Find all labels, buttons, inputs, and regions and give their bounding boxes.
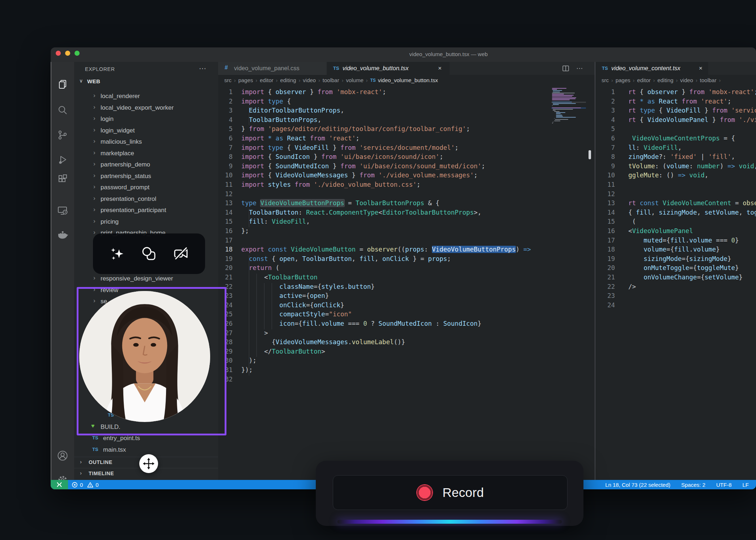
code-line[interactable]: import { SoundIcon } from 'ui/base/icons… [241,153,443,160]
breadcrumb-segment[interactable]: editing [657,77,673,83]
breadcrumb-segment[interactable]: editing [280,77,296,83]
code-line[interactable]: const { open, ToolbarButton, fill, onCli… [241,255,451,262]
breadcrumb-segment[interactable]: src [602,77,609,83]
tree-item-local_video_export_worker[interactable]: ›local_video_export_worker [74,102,218,114]
code-line[interactable]: volume={fill.volume} [628,246,720,253]
indentation[interactable]: Spaces: 2 [681,482,705,488]
docker-icon[interactable] [57,229,68,241]
code-line[interactable]: ToolbarButtonProps, [241,116,321,123]
webcam-preview[interactable] [77,287,226,435]
code-line[interactable]: muted={fill.volume === 0} [628,237,739,244]
cursor-position[interactable]: Ln 18, Col 73 (22 selected) [605,482,670,488]
tree-item-partnership_status[interactable]: ›partnership_status [74,171,218,182]
breadcrumb-segment[interactable]: pages [238,77,253,83]
breadcrumb-segment[interactable]: video [303,77,316,83]
code-line[interactable]: ( [628,218,636,225]
code-line[interactable]: active={open} [241,292,329,299]
code-line[interactable]: onMuteToggle={toggleMute} [628,264,739,271]
source-control-icon[interactable] [57,129,68,141]
tree-item-password_prompt[interactable]: ›password_prompt [74,182,218,193]
tree-section-web[interactable]: ∨ WEB [74,76,218,88]
tree-item-local_renderer[interactable]: ›local_renderer [74,91,218,102]
breadcrumb-segment[interactable]: src [224,77,232,83]
code-line[interactable]: ToolbarButton: React.ComponentType<Edito… [241,209,481,216]
code-line[interactable]: rt * as React from 'react'; [628,98,731,105]
sidebar-more-icon[interactable]: ⋯ [199,64,206,73]
code-line[interactable]: export const VideoVolumeButton = observe… [241,246,531,253]
breadcrumb-segment[interactable]: editor [637,77,651,83]
code-line[interactable]: VideoVolumeContentProps = { [628,135,735,142]
tree-item-main.tsx[interactable]: TSmain.tsx [74,444,218,456]
code-line[interactable]: </ToolbarButton> [241,348,325,355]
code-line[interactable]: {VideoVolumeMessages.volumeLabel()} [241,338,405,346]
code-line[interactable]: type VideoVolumeButtonProps = ToolbarBut… [241,199,439,207]
remote-explorer-icon[interactable] [57,204,68,216]
code-line[interactable]: zingMode?: 'fixed' | 'fill', [628,153,735,160]
code-line[interactable]: }); [241,366,253,374]
code-line[interactable]: import type { VideoFill } from 'services… [241,144,459,151]
code-line[interactable]: { fill, sizingMode, setVolume, toggleMut… [628,209,756,216]
code-line[interactable]: return ( [241,264,279,271]
code-line[interactable]: sizingMode={sizingMode} [628,255,731,262]
tree-item-presentation_participant[interactable]: ›presentation_participant [74,205,218,216]
code-line[interactable]: <ToolbarButton [241,274,318,281]
tree-item-partnership_demo[interactable]: ›partnership_demo [74,159,218,170]
code-line[interactable]: ggleMute: () => void, [628,172,708,179]
tree-item-login_widget[interactable]: ›login_widget [74,125,218,136]
more-actions-icon[interactable]: ⋯ [576,64,583,73]
code-line[interactable]: ll: VideoFill, [628,144,682,151]
code-editor[interactable]: 1import { observer } from 'mobx-react';2… [218,85,595,480]
code-line[interactable]: <VideoVolumePanel [628,227,693,235]
breadcrumb-segment[interactable]: pages [616,77,630,83]
zoom-window-button[interactable] [75,51,80,56]
code-line[interactable]: tVolume: (volume: number) => void, [628,163,756,170]
code-editor[interactable]: 1rt { observer } from 'mobx-react';2rt *… [595,85,756,480]
remote-indicator[interactable] [51,480,68,489]
close-tab-icon[interactable]: × [699,65,702,72]
code-line[interactable]: className={styles.button} [241,283,375,290]
search-icon[interactable] [57,105,68,116]
close-window-button[interactable] [56,51,61,56]
eol-sequence[interactable]: LF [742,482,749,488]
tree-item-pricing[interactable]: ›pricing [74,216,218,228]
account-icon[interactable] [57,450,68,461]
tree-item-login[interactable]: ›login [74,114,218,125]
code-line[interactable]: > [241,329,268,337]
tab-video-volume-button-tsx[interactable]: TS video_volume_button.tsx × [327,62,450,75]
code-line[interactable]: fill: VideoFill, [241,218,310,225]
code-line[interactable]: rt { VideoVolumePanel } from './video_vo… [628,116,756,123]
breadcrumb-segment[interactable]: volume [346,77,363,83]
move-cursor[interactable] [139,454,158,473]
code-line[interactable]: import { VideoVolumeMessages } from './v… [241,172,477,179]
code-line[interactable]: import type { [241,98,291,105]
code-line[interactable]: import * as React from 'react'; [241,135,360,142]
code-line[interactable]: import { SoundMutedIcon } from 'ui/base/… [241,163,485,170]
code-line[interactable]: } from 'pages/editor/editing/toolbar/con… [241,125,470,132]
code-line[interactable]: }; [241,227,249,235]
camera-flip-icon[interactable] [173,246,189,262]
code-line[interactable]: rt const VideoVolumeContent = observer( [628,199,756,207]
tree-item-presentation_control[interactable]: ›presentation_control [74,194,218,205]
code-line[interactable]: compactStyle="icon" [241,311,352,318]
encoding[interactable]: UTF-8 [716,482,732,488]
run-debug-icon[interactable] [57,154,68,165]
tree-item-responsive_design_viewer[interactable]: ›responsive_design_viewer [74,273,218,284]
tree-item-marketplace[interactable]: ›marketplace [74,148,218,159]
code-line[interactable]: icon={fill.volume === 0 ? SoundMutedIcon… [241,320,481,327]
breadcrumb-file[interactable]: video_volume_button.tsx [378,77,438,83]
code-line[interactable]: EditorToolbarButtonProps, [241,107,344,114]
minimap[interactable] [552,88,587,131]
tree-item-malicious_links[interactable]: ›malicious_links [74,136,218,148]
tab-video-volume-content-tsx[interactable]: TS video_volume_content.tsx × [595,62,708,75]
code-line[interactable]: rt { observer } from 'mobx-react'; [628,88,756,96]
sparkles-icon[interactable] [109,246,125,262]
explorer-icon[interactable] [57,79,68,90]
code-line[interactable]: /> [628,283,636,290]
record-button[interactable]: Record [333,475,568,510]
breadcrumb-segment[interactable]: video [680,77,693,83]
split-editor-icon[interactable] [562,64,570,73]
close-tab-icon[interactable]: × [438,65,442,72]
code-line[interactable]: import styles from './video_volume_butto… [241,181,420,188]
minimize-window-button[interactable] [65,51,70,56]
tab-video-volume-panel-css[interactable]: # video_volume_panel.css [218,62,327,75]
